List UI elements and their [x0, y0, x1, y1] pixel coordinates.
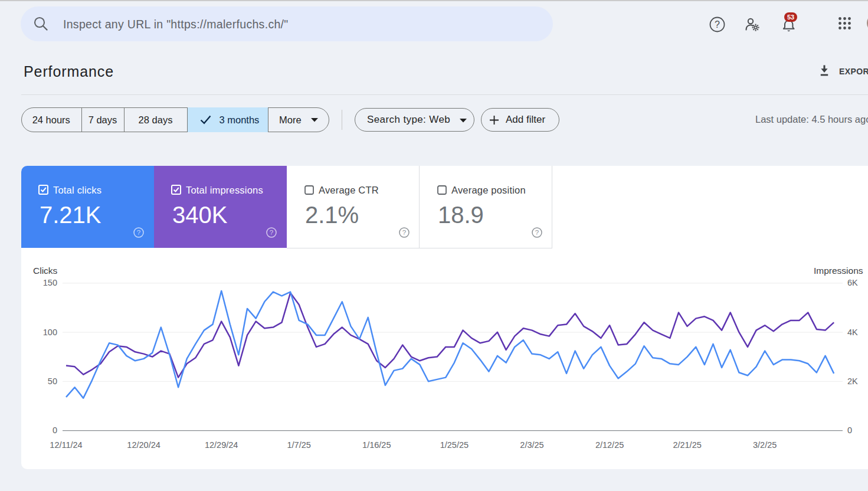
svg-text:?: ? — [270, 229, 273, 236]
svg-text:?: ? — [137, 229, 140, 236]
svg-text:?: ? — [715, 19, 720, 30]
svg-text:?: ? — [535, 229, 539, 236]
svg-text:?: ? — [402, 229, 406, 236]
